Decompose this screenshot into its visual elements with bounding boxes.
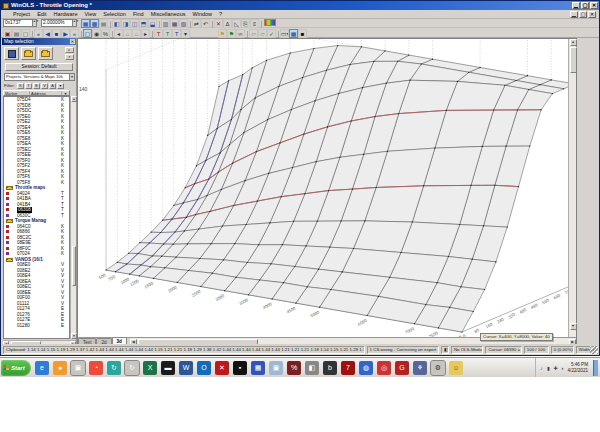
back-icon[interactable]: ◂ xyxy=(114,29,123,38)
nav-first-icon[interactable]: « xyxy=(34,29,43,38)
chrome-icon[interactable]: ◔ xyxy=(89,361,103,375)
folder-version-icon[interactable]: ▱ xyxy=(258,29,267,38)
filter-button-e[interactable]: E xyxy=(33,83,40,89)
circle-blue-app-icon[interactable]: ◍ xyxy=(359,361,373,375)
people-app-icon[interactable]: ⚘ xyxy=(413,361,427,375)
scroll-up-icon[interactable]: ▲ xyxy=(570,39,577,46)
dark-app-icon[interactable]: b xyxy=(323,361,337,375)
sort-icon[interactable]: ▾ xyxy=(62,91,69,95)
maps-combo-icon[interactable]: ▭▾ xyxy=(280,29,289,38)
text-both-icon[interactable]: T xyxy=(172,29,181,38)
minimize-button[interactable]: ▁ xyxy=(572,2,580,9)
import-project-button[interactable] xyxy=(38,47,53,60)
doc-open-icon[interactable]: ▤ xyxy=(12,29,21,38)
ie-icon[interactable]: e xyxy=(35,361,49,375)
select-mode-icon[interactable]: ▢ xyxy=(83,29,92,38)
title-bar[interactable]: WinOLS - Throttle Opening * ▁ ▢ ✕ xyxy=(1,1,599,10)
menu-item-edit[interactable]: Edit xyxy=(37,11,46,17)
gray-app-icon[interactable]: ▣ xyxy=(269,361,283,375)
maroon-app-icon[interactable]: % xyxy=(287,361,301,375)
tuner-app-icon[interactable]: ▣ xyxy=(71,361,85,375)
faces-app-icon[interactable]: ☺ xyxy=(449,361,463,375)
panel-close-icon[interactable]: ✕ xyxy=(70,39,75,44)
tree-mode-combo[interactable]: Projects, Versions & Maps 10k ▼ xyxy=(4,73,75,81)
clock-time: 5:46 PM xyxy=(568,362,588,368)
resize-grip[interactable] xyxy=(590,346,598,354)
filter-button-a[interactable]: A xyxy=(49,83,56,89)
filter-button-v[interactable]: V xyxy=(41,83,48,89)
sync-1-icon[interactable]: ↻ xyxy=(107,361,121,375)
target-app-icon[interactable]: ◎ xyxy=(377,361,391,375)
filter-button-t[interactable]: T xyxy=(25,83,32,89)
zoom-fit-icon[interactable]: % xyxy=(101,29,110,38)
blue-grid-app-icon[interactable]: ▦ xyxy=(251,361,265,375)
nav-prev-icon[interactable]: ◀ xyxy=(43,29,52,38)
checksum-icon[interactable]: ✓ xyxy=(267,29,276,38)
word-icon[interactable]: W xyxy=(179,361,193,375)
sidebar-vscrollbar[interactable]: ▲ ▼ xyxy=(70,96,76,339)
text-version-icon[interactable]: T xyxy=(163,29,172,38)
show-desktop-button[interactable] xyxy=(593,360,598,376)
mdi-minimize-button[interactable]: ▁ xyxy=(570,11,578,18)
filter-button-▾[interactable]: ▾ xyxy=(57,83,64,89)
dropdown-icon[interactable]: ▾ xyxy=(181,29,190,38)
nav-next-icon[interactable]: ▶ xyxy=(61,29,70,38)
client-yellow-icon[interactable]: ⚑ xyxy=(218,29,227,38)
forward-icon[interactable]: ▸ xyxy=(141,29,150,38)
nav-last-icon[interactable]: » xyxy=(70,29,79,38)
sync-2-icon[interactable]: ↻ xyxy=(125,361,139,375)
tray-icon-3[interactable]: ◗ xyxy=(560,365,566,371)
redx-app-icon[interactable]: ✕ xyxy=(215,361,229,375)
media-player-icon[interactable]: ● xyxy=(53,361,67,375)
folder-project-icon[interactable]: ▱ xyxy=(249,29,258,38)
save-project-button[interactable] xyxy=(4,47,19,60)
position-status: 100 / 100 xyxy=(524,346,549,354)
nav-stop-icon[interactable]: ■ xyxy=(52,29,61,38)
mixed-app-icon[interactable]: ◧ xyxy=(305,361,319,375)
session-button[interactable]: Session: Default xyxy=(5,63,73,71)
text-original-icon[interactable]: T xyxy=(154,29,163,38)
client-green-icon[interactable]: ⚑ xyxy=(227,29,236,38)
cmd-icon[interactable]: ▪ xyxy=(233,361,247,375)
column-marker[interactable]: Marker xyxy=(4,91,30,95)
outlook-icon[interactable]: O xyxy=(197,361,211,375)
wrench-app-icon[interactable]: ⚙ xyxy=(431,361,445,375)
scroll-thumb[interactable] xyxy=(72,246,77,286)
start-button[interactable]: Start xyxy=(1,360,31,376)
map-vscrollbar[interactable]: ▲ ▼ xyxy=(568,39,576,338)
zoom-in-icon[interactable]: ◉ xyxy=(92,29,101,38)
window-blue-icon[interactable]: ▦ xyxy=(289,29,298,38)
home-2-icon[interactable]: ⌂ xyxy=(132,29,141,38)
winols-window: WinOLS - Throttle Opening * ▁ ▢ ✕ Projec… xyxy=(0,0,600,356)
tray-icon-0[interactable]: ♪ xyxy=(539,365,545,371)
scroll-down-icon[interactable]: ▼ xyxy=(570,323,577,330)
search-binocular-icon[interactable]: ∞ xyxy=(236,29,245,38)
window-black-icon[interactable]: ■ xyxy=(298,29,307,38)
menu-item-hardware[interactable]: Hardware xyxy=(54,11,78,17)
mdi-close-button[interactable]: ✕ xyxy=(588,11,596,18)
excel-icon[interactable]: X xyxy=(143,361,157,375)
chevron-down-icon[interactable]: ▼ xyxy=(69,74,74,80)
close-button[interactable]: ✕ xyxy=(590,2,598,9)
g-red-app-icon[interactable]: G xyxy=(395,361,409,375)
menu-item-project[interactable]: Project xyxy=(13,11,30,17)
tray-icon-1[interactable]: ▮ xyxy=(546,365,552,371)
home-1-icon[interactable]: ⌂ xyxy=(123,29,132,38)
column-address[interactable]: Address xyxy=(30,91,62,95)
panel-title-bar[interactable]: Map selection ✕ xyxy=(2,38,76,45)
surface-plot[interactable]: 5007001000120015002000250030003500400045… xyxy=(78,39,569,338)
maximize-button[interactable]: ▢ xyxy=(581,2,589,9)
doc-new-icon[interactable]: ▢ xyxy=(21,29,30,38)
panel-option-2-button[interactable]: ▾ xyxy=(65,54,74,60)
panel-option-1-button[interactable]: ▸ xyxy=(65,47,74,53)
open-project-button[interactable] xyxy=(21,47,36,60)
folder-icon xyxy=(6,186,13,190)
mdi-restore-button[interactable]: ▢ xyxy=(579,11,587,18)
chip-icon[interactable]: ▬ xyxy=(161,361,175,375)
seven-app-icon[interactable]: 7 xyxy=(341,361,355,375)
map-row[interactable]: 01280E xyxy=(4,323,69,329)
tray-icon-2[interactable]: ✚ xyxy=(553,365,559,371)
scroll-thumb[interactable] xyxy=(570,47,577,73)
project-icon[interactable]: ▣ xyxy=(3,29,12,38)
filter-button-k[interactable]: K xyxy=(17,83,24,89)
